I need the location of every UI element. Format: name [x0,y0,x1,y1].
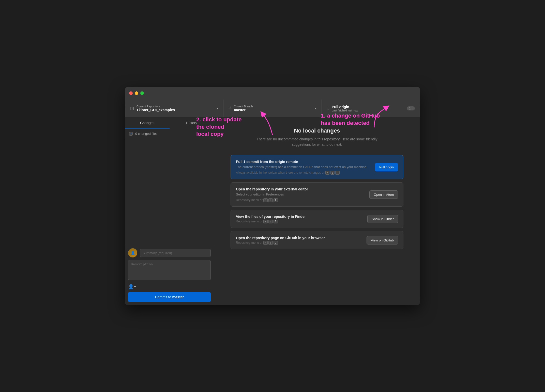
fullscreen-button[interactable] [140,91,144,95]
kbd-g: G [274,241,278,245]
kbd-cmd4: ⌘ [263,241,268,245]
editor-card-title: Open the repository in your external edi… [236,187,365,191]
repo-name: Tkinter_GUI_examples [137,108,175,112]
repo-label: Current Repository [137,105,175,108]
editor-card-text: Open the repository in your external edi… [236,187,365,202]
avatar: 👤 [128,248,137,257]
commit-button[interactable]: Commit to master [128,292,211,302]
editor-suggestion-card: Open the repository in your external edi… [231,182,403,207]
content-area: No local changes There are no uncommitte… [214,117,420,305]
finder-card-text: View the files of your repository in Fin… [236,215,363,223]
repo-icon: ⊡ [130,106,134,111]
kbd-shift: ⇧ [330,171,335,175]
finder-suggestion-card: View the files of your repository in Fin… [231,210,403,228]
branch-icon: ⑂ [229,106,231,111]
minimize-button[interactable] [135,91,138,95]
repo-text: Current Repository Tkinter_GUI_examples [137,105,175,112]
pull-label: Pull origin [332,105,358,109]
checkbox-check-icon: ✓ [130,132,132,135]
kbd-a: A [274,198,278,202]
pull-card-text: Pull 1 commit from the origin remote The… [236,160,371,174]
commit-row: 👤 [128,248,211,257]
commit-button-label: Commit to [155,295,172,299]
current-branch-section[interactable]: ⑂ Current Branch master ▾ [223,100,322,117]
tab-history[interactable]: History [170,117,214,129]
suggestion-cards: Pull 1 commit from the origin remote The… [231,155,403,249]
commit-button-branch: master [172,295,184,299]
main-window: ⊡ Current Repository Tkinter_GUI_example… [125,87,420,305]
branch-tag: master [266,165,276,169]
no-changes-desc: There are no uncommitted changes in this… [253,137,381,147]
kbd-shift3: ⇧ [268,220,273,223]
avatar-initial: 👤 [131,251,135,255]
pull-badge: 1 ↓ [407,106,415,110]
kbd-cmd3: ⌘ [263,220,268,223]
add-coauthor-icon[interactable]: 👤+ [128,284,137,289]
commit-footer: 👤+ [128,284,211,289]
select-all-checkbox[interactable]: ✓ [129,132,133,136]
pull-suggestion-card: Pull 1 commit from the origin remote The… [231,155,403,179]
branch-chevron-icon: ▾ [315,107,316,110]
commit-area: 👤 👤+ Commit to master [125,245,214,305]
branch-text: Current Branch master [234,105,253,112]
titlebar [125,87,420,100]
github-suggestion-card: Open the repository page on GitHub in yo… [231,231,403,249]
pull-card-desc: The current branch (master) has a commit… [236,165,371,169]
finder-card-title: View the files of your repository in Fin… [236,215,363,219]
tab-changes[interactable]: Changes [125,117,170,129]
repo-chevron-icon: ▾ [217,107,218,110]
description-input[interactable] [128,260,211,280]
tabs: Changes History [125,117,214,129]
changed-files-count: 0 changed files [135,132,157,136]
sidebar-file-list [125,138,214,245]
kbd-shift4: ⇧ [268,241,273,245]
finder-card-shortcut: Repository menu or ⌘ ⇧ F [236,220,363,223]
editor-card-desc: Select your editor in Preferences [236,192,365,197]
preferences-link[interactable]: Preferences [266,192,284,196]
kbd-p: P [335,171,340,175]
summary-input[interactable] [140,249,211,257]
github-card-text: Open the repository page on GitHub in yo… [236,236,362,244]
current-repo-section[interactable]: ⊡ Current Repository Tkinter_GUI_example… [125,100,223,117]
editor-card-shortcut: Repository menu or ⌘ ⇧ A [236,198,365,202]
kbd-cmd2: ⌘ [263,198,268,202]
pull-origin-section[interactable]: ↓ Pull origin Last fetched just now 1 ↓ [322,100,420,117]
no-changes-title: No local changes [294,127,340,134]
kbd-f: F [274,220,278,223]
github-card-title: Open the repository page on GitHub in yo… [236,236,362,240]
toolbar: ⊡ Current Repository Tkinter_GUI_example… [125,100,420,117]
pull-card-title: Pull 1 commit from the origin remote [236,160,371,164]
changes-filter: ✓ 0 changed files [125,129,214,138]
open-in-atom-button[interactable]: Open in Atom [369,190,398,199]
pull-icon: ↓ [327,106,329,111]
pull-text: Pull origin Last fetched just now [332,105,358,112]
github-card-shortcut: Repository menu or ⌘ ⇧ G [236,241,362,244]
branch-name: master [234,108,253,112]
sidebar: Changes History ✓ 0 changed files 👤 [125,117,214,305]
branch-label: Current Branch [234,105,253,108]
view-on-github-button[interactable]: View on GitHub [367,236,398,244]
pull-card-shortcut: Always available in the toolbar when the… [236,171,371,174]
pull-origin-button[interactable]: Pull origin [375,163,398,171]
kbd-cmd: ⌘ [325,171,330,175]
pull-sublabel: Last fetched just now [332,109,358,112]
traffic-lights [129,91,144,95]
close-button[interactable] [129,91,133,95]
main-layout: Changes History ✓ 0 changed files 👤 [125,117,420,305]
kbd-shift2: ⇧ [268,198,273,202]
show-in-finder-button[interactable]: Show in Finder [367,215,398,223]
